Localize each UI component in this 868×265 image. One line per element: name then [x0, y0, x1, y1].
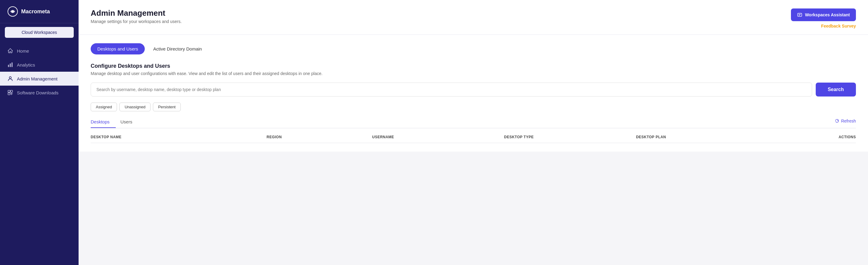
analytics-icon — [7, 62, 13, 68]
macrometa-logo-icon — [7, 6, 18, 17]
configure-section: Configure Desktops and Users Manage desk… — [91, 63, 856, 76]
sidebar-item-software-downloads[interactable]: Software Downloads — [0, 86, 79, 99]
workspaces-assistant-button[interactable]: Workspaces Assistant — [791, 8, 856, 21]
col-desktop-type: DESKTOP TYPE — [504, 135, 636, 139]
logo-text: Macrometa — [21, 8, 50, 15]
svg-rect-3 — [10, 63, 10, 67]
sidebar-item-home[interactable]: Home — [0, 44, 79, 58]
sidebar-item-home-label: Home — [17, 49, 29, 54]
sidebar-item-analytics[interactable]: Analytics — [0, 58, 79, 72]
sidebar-item-admin-management[interactable]: Admin Management — [0, 72, 79, 86]
sub-tab-desktops[interactable]: Desktops — [91, 116, 116, 128]
top-bar-right: Workspaces Assistant Feedback Survey — [791, 8, 856, 28]
col-username: USERNAME — [372, 135, 504, 139]
configure-subtitle: Manage desktop and user configurations w… — [91, 71, 856, 76]
svg-point-5 — [9, 77, 11, 79]
filter-tag-assigned[interactable]: Assigned — [91, 102, 117, 111]
filter-tags: Assigned Unassigned Persistent — [91, 102, 856, 111]
svg-rect-4 — [11, 63, 12, 67]
downloads-icon — [7, 90, 13, 96]
svg-point-1 — [12, 10, 13, 12]
sidebar-item-software-downloads-label: Software Downloads — [17, 90, 59, 95]
col-actions: ACTIONS — [768, 135, 856, 139]
search-button[interactable]: Search — [816, 83, 856, 96]
sidebar-nav: Home Analytics Admin Management — [0, 41, 79, 265]
sidebar: Macrometa Cloud Workspaces Home Analytic… — [0, 0, 79, 265]
col-desktop-name: DESKTOP NAME — [91, 135, 267, 139]
search-input[interactable] — [91, 83, 812, 96]
sidebar-item-analytics-label: Analytics — [17, 62, 35, 67]
page-subtitle: Manage settings for your workspaces and … — [91, 19, 182, 24]
table-header: DESKTOP NAME REGION USERNAME DESKTOP TYP… — [91, 131, 856, 143]
configure-title: Configure Desktops and Users — [91, 63, 856, 69]
col-desktop-plan: DESKTOP PLAN — [636, 135, 768, 139]
page-title: Admin Management — [91, 8, 182, 18]
svg-rect-8 — [8, 93, 10, 95]
sub-tabs: Desktops Users Refresh — [91, 116, 856, 128]
tab-active-directory[interactable]: Active Directory Domain — [147, 43, 209, 55]
content-area: Desktops and Users Active Directory Doma… — [79, 35, 868, 152]
tab-desktops-users[interactable]: Desktops and Users — [91, 43, 145, 55]
page-header: Admin Management Manage settings for you… — [91, 8, 182, 24]
filter-tag-unassigned[interactable]: Unassigned — [119, 102, 151, 111]
refresh-icon — [835, 119, 839, 123]
home-icon — [7, 48, 13, 54]
assistant-icon — [797, 12, 802, 18]
search-row: Search — [91, 83, 856, 96]
refresh-label: Refresh — [841, 119, 856, 123]
filter-tag-persistent[interactable]: Persistent — [153, 102, 181, 111]
svg-rect-2 — [8, 65, 9, 67]
main-tabs: Desktops and Users Active Directory Doma… — [91, 43, 856, 55]
refresh-button[interactable]: Refresh — [835, 119, 856, 126]
svg-rect-7 — [10, 90, 13, 93]
col-region: REGION — [267, 135, 372, 139]
cloud-workspaces-button[interactable]: Cloud Workspaces — [5, 27, 74, 38]
feedback-survey-link[interactable]: Feedback Survey — [821, 24, 856, 28]
top-bar: Admin Management Manage settings for you… — [79, 0, 868, 35]
svg-rect-9 — [798, 13, 802, 17]
sidebar-item-admin-label: Admin Management — [17, 76, 57, 81]
svg-rect-6 — [8, 90, 10, 93]
admin-icon — [7, 76, 13, 82]
sub-tab-users[interactable]: Users — [121, 116, 138, 128]
sidebar-logo: Macrometa — [0, 0, 79, 23]
main-content: Admin Management Manage settings for you… — [79, 0, 868, 265]
